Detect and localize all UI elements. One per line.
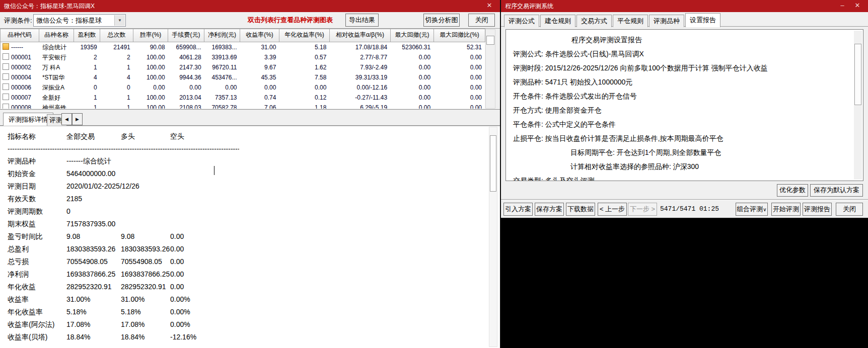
report-line: 交易类型: 多头及空头评测 <box>513 176 863 181</box>
table-cell: 17.08/18.84 <box>329 42 390 52</box>
optimize-params-button[interactable]: 优化参数 <box>777 184 808 197</box>
table-cell: 2 <box>74 52 100 62</box>
table-cell: 33913.69 <box>204 52 240 62</box>
column-header[interactable]: 品种名称 <box>39 29 74 42</box>
tab-3[interactable]: 交易方式 <box>576 15 612 27</box>
save-as-default-button[interactable]: 保存为默认方案 <box>810 184 863 197</box>
results-table-header: 品种代码品种名称盈利数总次数胜率(%)手续费(元)净利润(元)收益率(%)年化收… <box>0 29 485 42</box>
table-cell: 0.00 <box>433 93 485 103</box>
table-cell: 0 <box>100 82 133 93</box>
report-line: 开仓条件: 条件选股公式发出的开仓信号 <box>513 92 863 101</box>
table-row[interactable]: 000004*ST国华44100.009944.36453476...45.35… <box>1 72 485 82</box>
detail-value: 18.84% <box>121 331 144 343</box>
detail-label: 年化收益 <box>8 281 36 293</box>
tab-scroll-left-icon[interactable]: ◀ <box>61 113 72 125</box>
table-row[interactable]: 000001平安银行22100.004061.2833913.693.390.5… <box>1 52 485 62</box>
report-scroll-thumb[interactable] <box>854 44 861 105</box>
tab-5[interactable]: 评测品种 <box>649 15 684 27</box>
table-cell: 7.58 <box>279 72 329 82</box>
table-cell: 0.00 <box>390 82 433 93</box>
tab-scroll-right-icon[interactable]: ▶ <box>72 113 83 125</box>
tab-4[interactable]: 平仓规则 <box>613 15 648 27</box>
detail-label: 收益率(贝塔) <box>8 331 47 343</box>
column-header[interactable]: 最大回撤(元) <box>391 29 434 42</box>
table-row[interactable]: 000007全新好11100.002013.047357.130.740.12-… <box>1 93 485 103</box>
tab-2[interactable]: 建仓规则 <box>540 15 575 27</box>
close-icon[interactable]: ✕ <box>482 0 497 12</box>
table-cell: 0.00 <box>390 93 433 103</box>
detail-label: 总亏损 <box>8 255 29 268</box>
tab-metric-detail[interactable]: 评测指标详情 <box>3 113 53 126</box>
detail-value: 31.00% <box>121 293 144 306</box>
column-header[interactable]: 年化收益率(%) <box>279 29 330 42</box>
column-header[interactable]: 手续费(元) <box>168 29 204 42</box>
table-cell: 100.00 <box>133 52 168 62</box>
table-row[interactable]: 000008神州高铁11100.002108.0370582.787.061.1… <box>1 103 485 109</box>
column-header[interactable]: 收益率(%) <box>240 29 279 42</box>
right-close-button[interactable]: 关闭 <box>836 203 863 216</box>
table-cell: 3.39 <box>240 52 279 62</box>
table-row[interactable]: 000006深振业A000.000.000.000.000.000.00/-12… <box>1 82 485 93</box>
download-data-button[interactable]: 下载数据 <box>566 203 595 216</box>
desktop: 微信公众号：指标星球-黑马回调X ✕ 评测条件: 微信公众号：指标星球 ▼ 双击… <box>0 0 868 348</box>
symbol-code: 000004 <box>11 74 31 81</box>
save-plan-button[interactable]: 保存方案 <box>535 203 564 216</box>
table-row[interactable]: 000002万 科A11100.002147.3096720.119.671.6… <box>1 62 485 72</box>
table-row[interactable]: ------综合统计193592149190.08659908...169383… <box>1 42 485 52</box>
table-cell: 52.31 <box>433 42 485 52</box>
detail-label: 期末权益 <box>8 218 36 230</box>
prev-step-button[interactable]: < 上一步 <box>598 203 627 216</box>
table-cell: 7.06 <box>240 103 279 109</box>
column-header[interactable]: 盈利数 <box>74 29 100 42</box>
left-title-bar[interactable]: 微信公众号：指标星球-黑马回调X ✕ <box>0 0 500 12</box>
table-cell: 0.00 <box>433 62 485 72</box>
report-line: 开仓方式: 使用全部资金开仓 <box>513 106 863 115</box>
report-vertical-scrollbar[interactable] <box>854 31 862 180</box>
column-header[interactable]: 胜率(%) <box>133 29 168 42</box>
combo-evaluate-button[interactable]: 组合评测∨ <box>736 203 768 216</box>
table-cell: 523060.31 <box>390 42 433 52</box>
detail-value: 0.00 <box>170 243 184 255</box>
detail-scroll-thumb[interactable] <box>490 135 496 192</box>
table-vertical-scrollbar[interactable] <box>485 29 495 109</box>
detail-value: 5464000000.00 <box>66 167 115 180</box>
symbol-code-cell: 000007 <box>1 93 39 103</box>
next-step-button[interactable]: 下一步 > <box>628 203 657 216</box>
condition-combobox[interactable]: 微信公众号：指标星球 ▼ <box>33 14 126 27</box>
chevron-down-icon[interactable]: ▼ <box>114 15 125 26</box>
switch-analysis-chart-button[interactable]: 切换分析图 <box>423 14 460 27</box>
close-icon[interactable]: ✕ <box>850 0 865 12</box>
table-cell: 31.00 <box>240 42 279 52</box>
table-cell: 2 <box>100 52 133 62</box>
export-results-button[interactable]: 导出结果 <box>345 14 379 27</box>
tab-6[interactable]: 设置报告 <box>685 13 720 27</box>
detail-vertical-scrollbar[interactable] <box>489 127 497 347</box>
tab-1[interactable]: 评测公式 <box>504 15 539 27</box>
column-header[interactable]: 最大回撤比(%) <box>434 29 485 42</box>
detail-label: 收益率(阿尔法) <box>8 318 54 331</box>
table-cell: 0.00 <box>240 82 279 93</box>
evaluation-report-button[interactable]: 评测报告 <box>803 203 832 216</box>
table-cell: 659908... <box>168 42 204 52</box>
column-header[interactable]: 品种代码 <box>1 29 39 42</box>
right-title-bar[interactable]: 程序交易评测系统 – ✕ <box>501 0 868 12</box>
column-header[interactable]: 净利润(元) <box>204 29 240 42</box>
column-header[interactable]: 总次数 <box>100 29 133 42</box>
detail-row: 总盈利1830383593.261830383593.260.00 <box>0 243 500 255</box>
results-table: 品种代码品种名称盈利数总次数胜率(%)手续费(元)净利润(元)收益率(%)年化收… <box>0 29 500 109</box>
detail-value: 5.18% <box>66 306 87 318</box>
table-scroll-thumb[interactable] <box>486 36 494 45</box>
table-cell: 1.18 <box>279 103 329 109</box>
condition-label: 评测条件: <box>4 16 32 25</box>
report-line: 评测时段: 2015/12/26-2025/12/26 向前多取100个数据用于… <box>513 63 863 73</box>
column-header[interactable]: 相对收益率α/β(%) <box>330 29 391 42</box>
start-evaluation-button[interactable]: 开始评测 <box>771 203 801 216</box>
table-cell: 9944.36 <box>168 72 204 82</box>
detail-value: -12.16% <box>170 331 196 343</box>
table-cell: 100.00 <box>133 93 168 103</box>
minimize-icon[interactable]: – <box>835 0 850 12</box>
import-plan-button[interactable]: 引入方案 <box>503 203 533 216</box>
table-cell: 0.57 <box>279 52 329 62</box>
left-close-button[interactable]: 关闭 <box>468 14 495 27</box>
table-cell: 2.77/-8.77 <box>329 52 390 62</box>
